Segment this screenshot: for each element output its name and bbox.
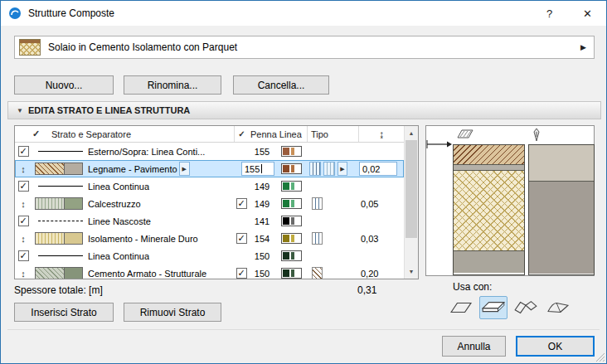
- pen-color-stripe: [291, 235, 294, 242]
- thickness-icon: ↨: [358, 126, 404, 142]
- preview-layer[interactable]: [529, 145, 594, 181]
- preview-layer[interactable]: [454, 164, 524, 170]
- row-visibility-checkbox[interactable]: ✓: [18, 216, 29, 226]
- collapse-triangle-icon: ▼: [17, 107, 23, 114]
- material-swatch[interactable]: [35, 232, 83, 245]
- window-title: Strutture Composte: [28, 7, 114, 19]
- drag-handle-icon[interactable]: ↕: [21, 269, 26, 279]
- layer-name: Cemento Armato - Strutturale: [88, 269, 206, 279]
- pen-color-stripe: [283, 165, 289, 172]
- pen-checkbox[interactable]: ✓: [236, 233, 247, 244]
- scrollbar-thumb[interactable]: [405, 140, 417, 238]
- cancel-button[interactable]: Annulla: [442, 336, 506, 357]
- use-with-shell-button[interactable]: [544, 296, 572, 319]
- composite-thumbnail-icon: [19, 39, 41, 56]
- row-visibility-checkbox[interactable]: ✓: [18, 146, 29, 157]
- scroll-up-button[interactable]: ▲: [405, 126, 418, 140]
- table-cell: Legname - Pavimento▶: [86, 160, 234, 177]
- table-scrollbar[interactable]: ▲ ▼: [404, 126, 418, 279]
- table-row[interactable]: ✓Linee Nascoste141: [15, 212, 404, 230]
- table-row[interactable]: ↕Cemento Armato - Strutturale✓1500,20: [15, 265, 404, 279]
- pen-color-stripe: [291, 252, 294, 260]
- pen-color-stripe: [283, 182, 289, 190]
- rename-button[interactable]: Rinomina...: [124, 75, 221, 95]
- material-hatch: [36, 268, 64, 279]
- material-swatch[interactable]: [35, 197, 83, 210]
- fill-type-icon[interactable]: [312, 232, 323, 245]
- row-visibility-checkbox[interactable]: ✓: [18, 250, 29, 261]
- pen-number-input[interactable]: 155: [241, 162, 274, 176]
- ok-button[interactable]: OK: [516, 336, 595, 357]
- pen-color-swatch[interactable]: [281, 233, 302, 244]
- material-swatch[interactable]: [35, 163, 83, 175]
- use-with-label: Usa con:: [453, 281, 492, 293]
- row-visibility-checkbox[interactable]: ✓: [18, 181, 29, 192]
- layer-name: Calcestruzzo: [88, 199, 141, 209]
- material-surface: [64, 268, 82, 279]
- use-with-wall-button[interactable]: [447, 296, 475, 319]
- line-type-button[interactable]: [309, 162, 321, 176]
- separator-pen-tab-icon[interactable]: [532, 128, 541, 142]
- fill-type-icon[interactable]: [312, 197, 323, 210]
- scroll-down-button[interactable]: ▼: [405, 265, 418, 279]
- preview-layer[interactable]: [454, 145, 524, 164]
- table-row[interactable]: ↕Isolamento - Minerale Duro✓1540,03: [15, 230, 404, 247]
- table-cell: ↕: [15, 195, 32, 212]
- line-type-dropdown-button[interactable]: ▶: [337, 162, 347, 176]
- skin-table: ✓ Strato e Separatore ✓ Penna Linea Tipo…: [14, 125, 419, 279]
- preview-layer[interactable]: [454, 250, 524, 273]
- line-sample: [38, 186, 83, 187]
- material-swatch[interactable]: [35, 267, 83, 279]
- table-cell: ↕: [15, 265, 32, 279]
- pen-color-stripe: [291, 269, 294, 277]
- use-with-toolbar: [447, 296, 572, 319]
- fill-pen-tab-icon[interactable]: [456, 128, 474, 141]
- table-cell: [275, 143, 307, 160]
- delete-button[interactable]: Cancella...: [233, 75, 329, 95]
- help-button[interactable]: ?: [531, 1, 568, 26]
- pen-color-swatch[interactable]: [281, 146, 302, 157]
- preview-left-column[interactable]: [453, 144, 525, 275]
- table-cell: Calcestruzzo: [86, 195, 234, 212]
- table-cell: [234, 177, 249, 195]
- table-cell: 149: [249, 177, 275, 195]
- pen-color-swatch[interactable]: [281, 163, 302, 174]
- table-cell: [275, 160, 307, 177]
- title-bar[interactable]: Strutture Composte ? ✕: [1, 1, 606, 26]
- pen-number: 141: [255, 216, 270, 226]
- drag-handle-icon[interactable]: ↕: [21, 199, 26, 209]
- thickness-input[interactable]: 0,02: [359, 162, 397, 176]
- pen-color-swatch[interactable]: [281, 181, 302, 192]
- pen-color-swatch[interactable]: [281, 268, 302, 279]
- use-with-roof-button[interactable]: [512, 296, 540, 319]
- resize-grip[interactable]: [595, 352, 605, 362]
- use-with-slab-button[interactable]: [479, 296, 507, 319]
- pen-checkbox[interactable]: ✓: [236, 268, 247, 279]
- selector-arrow-icon[interactable]: ▶: [580, 43, 586, 51]
- preview-right-column[interactable]: [528, 144, 595, 275]
- line-type-button[interactable]: [323, 162, 335, 176]
- material-dropdown-button[interactable]: ▶: [179, 162, 190, 176]
- composite-selector[interactable]: Solaio in Cemento Isolamento con Parquet…: [14, 36, 595, 59]
- table-cell: 0,02: [358, 160, 404, 177]
- remove-skin-button[interactable]: Rimuovi Strato: [124, 303, 221, 322]
- pen-color-swatch[interactable]: [281, 216, 302, 226]
- table-row[interactable]: ✓Linea Continua149: [15, 177, 404, 195]
- new-button[interactable]: Nuovo...: [14, 75, 114, 95]
- close-button[interactable]: ✕: [569, 1, 606, 26]
- section-edit-skin-header[interactable]: ▼ EDITA STRATO E LINEA STRUTTURA: [7, 101, 601, 119]
- table-row[interactable]: ↕Calcestruzzo✓1490,05: [15, 195, 404, 212]
- pen-color-swatch[interactable]: [281, 250, 302, 261]
- table-row[interactable]: ✓Linea Continua150: [15, 247, 404, 265]
- preview-layer[interactable]: [529, 181, 594, 274]
- drag-handle-icon[interactable]: ↕: [21, 164, 26, 174]
- drag-handle-icon[interactable]: ↕: [21, 234, 26, 244]
- table-header-row: ✓ Strato e Separatore ✓ Penna Linea Tipo…: [15, 126, 404, 143]
- insert-skin-button[interactable]: Inserisci Strato: [14, 303, 114, 322]
- pen-checkbox[interactable]: ✓: [236, 198, 247, 209]
- pen-color-swatch[interactable]: [281, 198, 302, 209]
- table-row[interactable]: ↕Legname - Pavimento▶155▶0,02: [15, 160, 404, 177]
- fill-type-icon[interactable]: [312, 267, 323, 279]
- table-row[interactable]: ✓Esterno/Sopra: Linea Conti...155: [15, 143, 404, 160]
- preview-layer[interactable]: [454, 170, 524, 250]
